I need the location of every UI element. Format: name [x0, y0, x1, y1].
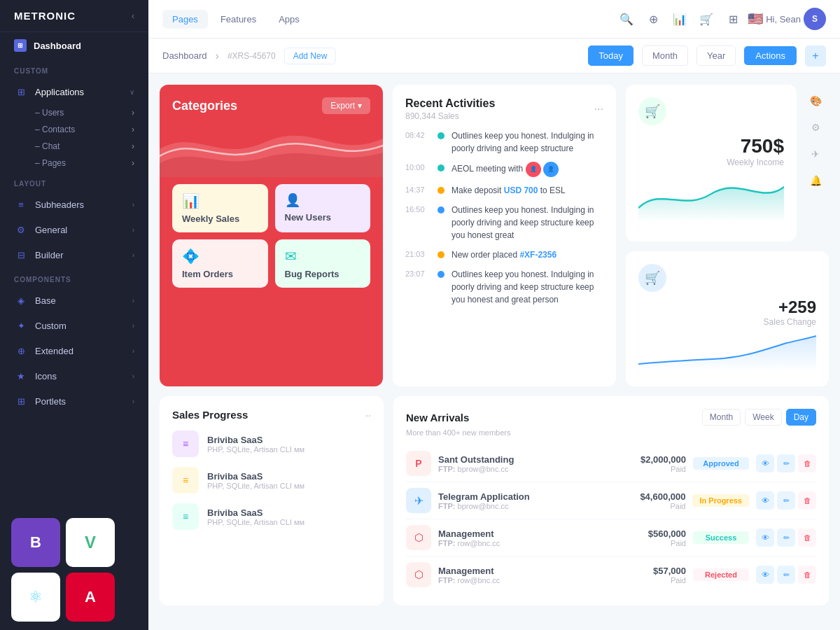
user-avatar[interactable]: S — [804, 8, 826, 30]
sales-progress-menu[interactable]: ·· — [365, 410, 371, 421]
network-icon[interactable]: ⊕ — [641, 7, 665, 31]
sp-item-2: ≡ Briviba SaaS PHP, SQLite, Artisan CLI … — [172, 467, 371, 493]
na-actions-1: 👁 ✏ 🗑 — [756, 454, 816, 472]
sidebar-item-portlets[interactable]: ⊞ Portlets › — [0, 388, 148, 414]
tab-features[interactable]: Features — [211, 10, 266, 29]
na-row-1: P Sant Outstanding FTP: bprow@bnc.cc $2,… — [406, 445, 816, 482]
tab-day[interactable]: Day — [786, 409, 816, 426]
icons-icon: ★ — [14, 369, 28, 383]
categories-card: Categories Export ▾ 📊 — [160, 85, 383, 386]
sidebar-item-base[interactable]: ◈ Base › — [0, 288, 148, 313]
sidebar-item-extended[interactable]: ⊕ Extended › — [0, 338, 148, 363]
bug-reports-icon: ✉ — [285, 248, 361, 265]
sp-avatar-3: ≡ — [172, 503, 199, 530]
sp-item-3: ≡ Briviba SaaS PHP, SQLite, Artisan CLI … — [172, 503, 371, 530]
sidebar-sub-contacts[interactable]: – Contacts› — [0, 121, 148, 138]
framework-logos: B V ⚛ A — [0, 510, 148, 630]
view-button-1[interactable]: 👁 — [756, 454, 774, 472]
avatar: 👤 — [526, 162, 541, 177]
delete-button-2[interactable]: 🗑 — [798, 491, 816, 510]
sidebar-collapse-icon[interactable]: ‹ — [132, 11, 134, 21]
app-name-2: Telegram Application — [438, 491, 615, 502]
sidebar: METRONIC ‹ ⊞ Dashboard CUSTOM ⊞ Applicat… — [0, 0, 148, 630]
period-today-button[interactable]: Today — [588, 46, 634, 66]
na-actions-2: 👁 ✏ 🗑 — [756, 491, 816, 510]
period-month-button[interactable]: Month — [642, 46, 688, 66]
edit-button-2[interactable]: ✏ — [777, 491, 795, 510]
sub-card-bug-reports[interactable]: ✉ Bug Reports — [275, 239, 371, 288]
sidebar-dashboard-item[interactable]: ⊞ Dashboard — [0, 32, 148, 59]
palette-icon[interactable]: 🎨 — [805, 90, 826, 111]
sales-chart — [638, 332, 816, 374]
sidebar-item-custom[interactable]: ✦ Custom › — [0, 313, 148, 338]
weekly-sales-icon: 📊 — [182, 192, 258, 209]
recent-activities-card: Recent Activities 890,344 Sales ··· 08:4… — [393, 85, 616, 386]
income-icon: 🛒 — [638, 97, 666, 125]
edit-button-1[interactable]: ✏ — [777, 454, 795, 472]
activities-menu-icon[interactable]: ··· — [594, 103, 603, 115]
tab-pages[interactable]: Pages — [162, 10, 208, 29]
export-button[interactable]: Export ▾ — [322, 97, 370, 114]
sub-card-item-orders[interactable]: 💠 Item Orders — [172, 239, 268, 288]
new-arrivals-title: New Arrivals — [406, 412, 469, 424]
badge-3: Success — [693, 531, 749, 544]
section-layout: LAYOUT — [0, 172, 148, 192]
sp-avatar-2: ≡ — [172, 467, 199, 493]
cart-icon[interactable]: 🛒 — [694, 7, 718, 31]
na-price-4: $57,000 — [623, 566, 686, 576]
extended-icon: ⊕ — [14, 344, 28, 358]
income-chart — [638, 173, 784, 229]
sidebar-item-applications[interactable]: ⊞ Applications ∨ — [0, 79, 148, 104]
new-arrivals-card: New Arrivals Month Week Day More than 40… — [393, 396, 829, 606]
activity-list: 08:42 Outlines keep you honest. Indulgin… — [405, 130, 603, 306]
app-icon-2: ✈ — [406, 488, 431, 513]
view-button-2[interactable]: 👁 — [756, 491, 774, 510]
actions-button[interactable]: Actions — [744, 46, 797, 65]
activity-item: 16:50 Outlines keep you honest. Indulgin… — [405, 204, 603, 241]
sidebar-sub-users[interactable]: – Users› — [0, 104, 148, 121]
tab-week[interactable]: Week — [745, 409, 781, 426]
add-new-button[interactable]: Add New — [284, 48, 337, 64]
na-row-3: ⬡ Management FTP: row@bnc.cc $560,000 Pa… — [406, 519, 816, 556]
add-button[interactable]: + — [805, 46, 826, 66]
period-year-button[interactable]: Year — [696, 46, 736, 66]
sub-card-new-users[interactable]: 👤 New Users — [275, 184, 371, 232]
sidebar-sub-chat[interactable]: – Chat› — [0, 138, 148, 155]
delete-button-4[interactable]: 🗑 — [798, 566, 816, 584]
sidebar-item-subheaders[interactable]: ≡ Subheaders › — [0, 192, 148, 217]
view-button-3[interactable]: 👁 — [756, 528, 774, 547]
sidebar-sub-pages[interactable]: – Pages› — [0, 155, 148, 172]
breadcrumb: Dashboard — [162, 50, 207, 61]
sub-card-weekly-sales[interactable]: 📊 Weekly Sales — [172, 184, 268, 232]
bug-reports-title: Bug Reports — [285, 269, 361, 279]
tab-month[interactable]: Month — [702, 409, 741, 426]
app-icon-4: ⬡ — [406, 562, 431, 587]
chart-icon[interactable]: 📊 — [668, 7, 692, 31]
sidebar-item-general[interactable]: ⚙ General › — [0, 217, 148, 242]
edit-button-4[interactable]: ✏ — [777, 566, 795, 584]
tab-apps[interactable]: Apps — [269, 10, 309, 29]
sp-item-1: ≡ Briviba SaaS PHP, SQLite, Artisan CLI … — [172, 430, 371, 457]
row-1: Categories Export ▾ 📊 — [160, 85, 829, 386]
send-icon[interactable]: ✈ — [805, 144, 826, 164]
settings-icon[interactable]: ⚙ — [805, 117, 826, 138]
dashboard-icon: ⊞ — [14, 39, 27, 52]
sidebar-item-builder[interactable]: ⊟ Builder › — [0, 242, 148, 267]
edit-button-3[interactable]: ✏ — [777, 528, 795, 547]
categories-title: Categories — [172, 99, 237, 113]
activity-item: 08:42 Outlines keep you honest. Indulgin… — [405, 130, 603, 155]
subheaders-icon: ≡ — [14, 197, 28, 211]
view-button-4[interactable]: 👁 — [756, 566, 774, 584]
sidebar-item-icons[interactable]: ★ Icons › — [0, 363, 148, 388]
sales-progress-card: Sales Progress ·· ≡ Briviba SaaS PHP, SQ… — [160, 396, 384, 606]
avatar: 👤 — [543, 162, 559, 177]
activity-item: 23:07 Outlines keep you honest. Indulgin… — [405, 268, 603, 306]
delete-button-1[interactable]: 🗑 — [798, 454, 816, 472]
top-navigation: Pages Features Apps 🔍 ⊕ 📊 🛒 ⊞ 🇺🇸 Hi, Sea… — [148, 0, 840, 38]
grid-icon[interactable]: ⊞ — [721, 7, 745, 31]
delete-button-3[interactable]: 🗑 — [798, 528, 816, 547]
search-icon[interactable]: 🔍 — [615, 7, 638, 31]
na-price-3: $560,000 — [623, 528, 686, 539]
item-orders-icon: 💠 — [182, 248, 258, 265]
notification-icon[interactable]: 🔔 — [805, 170, 826, 191]
